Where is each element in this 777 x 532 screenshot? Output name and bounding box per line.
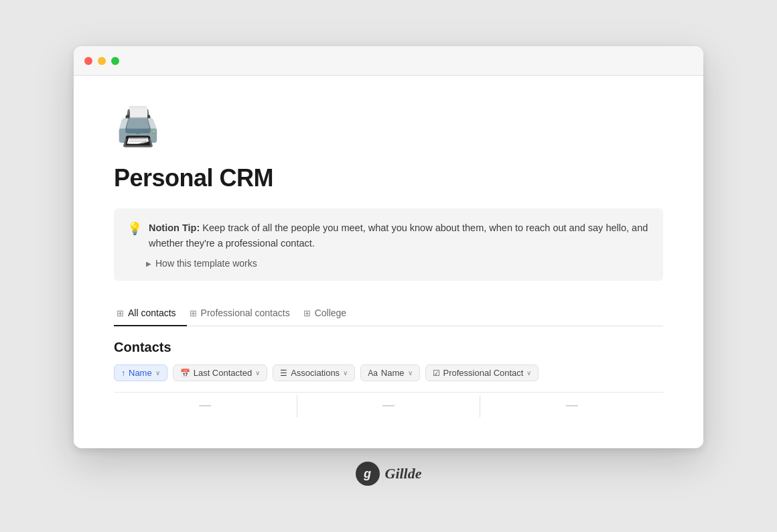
chevron-down-icon-last-contacted: ∨ (255, 369, 260, 377)
filter-associations[interactable]: ☰ Associations ∨ (273, 364, 355, 381)
main-content: 🖨️ Personal CRM 💡 Notion Tip: Keep track… (74, 76, 703, 444)
logo-text: Gillde (385, 465, 422, 482)
footer: g Gillde (356, 462, 422, 486)
chevron-down-icon-professional: ∨ (526, 369, 531, 377)
minimize-button[interactable] (98, 57, 106, 65)
tab-college[interactable]: ⊞ College (301, 302, 357, 326)
sort-up-icon: ↑ (121, 369, 125, 378)
tip-box: 💡 Notion Tip: Keep track of all the peop… (114, 208, 663, 281)
table-icon-all: ⊞ (117, 308, 124, 318)
col-dash-3: — (480, 393, 663, 417)
col-dash-1: — (114, 393, 297, 417)
page-title: Personal CRM (114, 164, 663, 192)
col-dash-2: — (297, 393, 480, 417)
table-icon-professional: ⊞ (190, 308, 197, 318)
chevron-right-icon: ▶ (146, 260, 151, 267)
calendar-icon: 📅 (180, 369, 190, 378)
filter-last-contacted[interactable]: 📅 Last Contacted ∨ (173, 364, 267, 381)
tab-professional-contacts[interactable]: ⊞ Professional contacts (187, 302, 301, 326)
page-icon: 🖨️ (114, 103, 162, 151)
chevron-down-icon-name: ∨ (155, 369, 160, 377)
how-it-works-toggle[interactable]: ▶ How this template works (146, 258, 650, 269)
chevron-down-icon-associations: ∨ (343, 369, 348, 377)
table-icon-college: ⊞ (303, 308, 311, 318)
chevron-down-icon-name2: ∨ (408, 369, 413, 377)
logo-icon: g (356, 462, 380, 486)
traffic-lights (84, 57, 119, 65)
section-title: Contacts (114, 340, 663, 355)
footer-logo: g Gillde (356, 462, 422, 486)
filter-professional-contact[interactable]: ☑ Professional Contact ∨ (425, 364, 539, 381)
tabs-row: ⊞ All contacts ⊞ Professional contacts ⊞… (114, 302, 663, 326)
checkbox-icon: ☑ (433, 369, 440, 378)
columns-row: — — — (114, 392, 663, 417)
tab-all-contacts[interactable]: ⊞ All contacts (114, 302, 187, 326)
tip-icon: 💡 (127, 221, 142, 236)
close-button[interactable] (84, 57, 92, 65)
text-icon: Aa (368, 369, 378, 378)
filter-row: ↑ Name ∨ 📅 Last Contacted ∨ ☰ Associatio… (114, 364, 663, 381)
filter-name[interactable]: ↑ Name ∨ (114, 364, 167, 381)
app-window: 🖨️ Personal CRM 💡 Notion Tip: Keep track… (74, 46, 703, 448)
titlebar (74, 46, 703, 76)
tip-text: Notion Tip: Keep track of all the people… (149, 220, 650, 251)
maximize-button[interactable] (111, 57, 119, 65)
filter-name2[interactable]: Aa Name ∨ (360, 364, 419, 381)
list-icon: ☰ (280, 369, 287, 378)
